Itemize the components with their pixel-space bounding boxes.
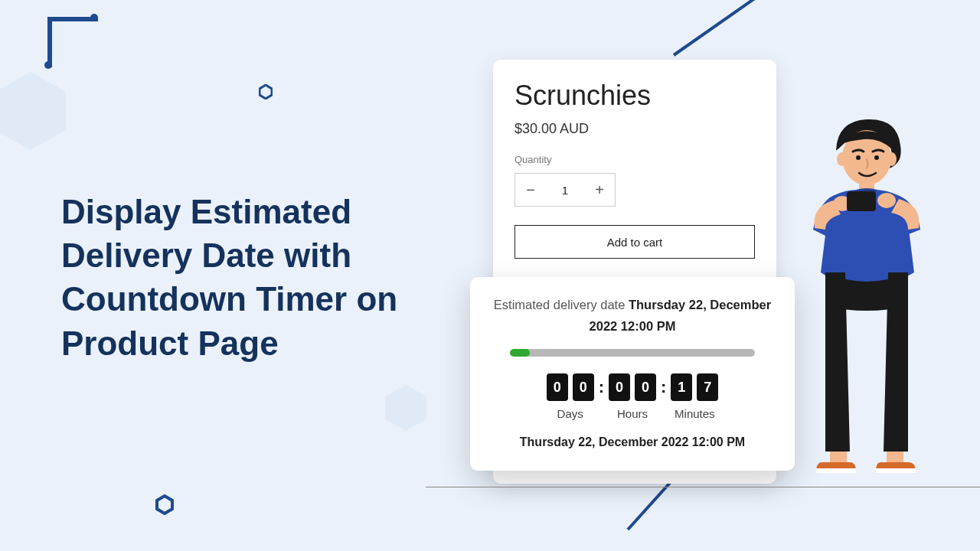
decorative-dot xyxy=(90,14,98,21)
add-to-cart-button[interactable]: Add to cart xyxy=(514,225,755,259)
progress-bar xyxy=(510,349,755,357)
svg-marker-0 xyxy=(0,72,66,150)
days-digit-1: 0 xyxy=(547,373,568,401)
hex-icon xyxy=(155,494,171,510)
svg-rect-15 xyxy=(816,468,856,473)
svg-rect-16 xyxy=(876,468,916,473)
page-headline: Display Estimated Delivery Date with Cou… xyxy=(61,190,459,365)
svg-rect-12 xyxy=(847,191,876,211)
quantity-label: Quantity xyxy=(514,154,755,165)
svg-rect-14 xyxy=(887,452,903,462)
quantity-stepper[interactable]: − 1 + xyxy=(514,173,616,207)
decorative-line xyxy=(673,0,875,57)
days-label: Days xyxy=(557,407,583,420)
hours-digit-1: 0 xyxy=(609,373,630,401)
svg-rect-13 xyxy=(830,452,847,462)
decorative-hex xyxy=(383,383,429,436)
progress-fill xyxy=(510,349,530,357)
svg-point-5 xyxy=(837,152,846,166)
colon: : xyxy=(599,373,604,397)
decorative-dot xyxy=(44,61,52,69)
svg-point-8 xyxy=(874,155,879,160)
svg-point-6 xyxy=(887,152,897,166)
days-digit-2: 0 xyxy=(573,373,594,401)
svg-point-7 xyxy=(856,155,861,160)
quantity-decrease-button[interactable]: − xyxy=(515,174,546,206)
svg-marker-1 xyxy=(385,385,426,431)
minutes-label: Minutes xyxy=(675,407,715,420)
product-price: $30.00 AUD xyxy=(514,121,755,137)
svg-marker-3 xyxy=(157,496,172,514)
minutes-digit-1: 1 xyxy=(671,373,692,401)
estimated-prefix: Estimated delivery date xyxy=(494,298,629,311)
svg-point-11 xyxy=(877,193,896,208)
baseline-rule xyxy=(426,487,980,487)
person-illustration xyxy=(799,115,929,487)
days-group: 0 0 Days xyxy=(547,373,594,420)
quantity-increase-button[interactable]: + xyxy=(584,174,615,206)
estimated-delivery-text: Estimated delivery date Thursday 22, Dec… xyxy=(493,294,772,337)
product-title: Scrunchies xyxy=(514,80,755,112)
decorative-hex xyxy=(0,69,69,156)
svg-marker-2 xyxy=(260,85,272,99)
minutes-group: 1 7 Minutes xyxy=(671,373,718,420)
colon: : xyxy=(661,373,666,397)
hours-group: 0 0 Hours xyxy=(609,373,656,420)
decorative-bracket xyxy=(47,17,98,67)
minutes-digit-2: 7 xyxy=(697,373,718,401)
delivery-card: Estimated delivery date Thursday 22, Dec… xyxy=(470,277,795,471)
hex-icon xyxy=(259,84,274,99)
full-delivery-date: Thursday 22, December 2022 12:00 PM xyxy=(493,435,772,449)
quantity-value: 1 xyxy=(546,184,584,197)
hours-label: Hours xyxy=(617,407,648,420)
hours-digit-2: 0 xyxy=(635,373,656,401)
countdown-timer: 0 0 Days : 0 0 Hours : 1 7 Minutes xyxy=(493,373,772,420)
